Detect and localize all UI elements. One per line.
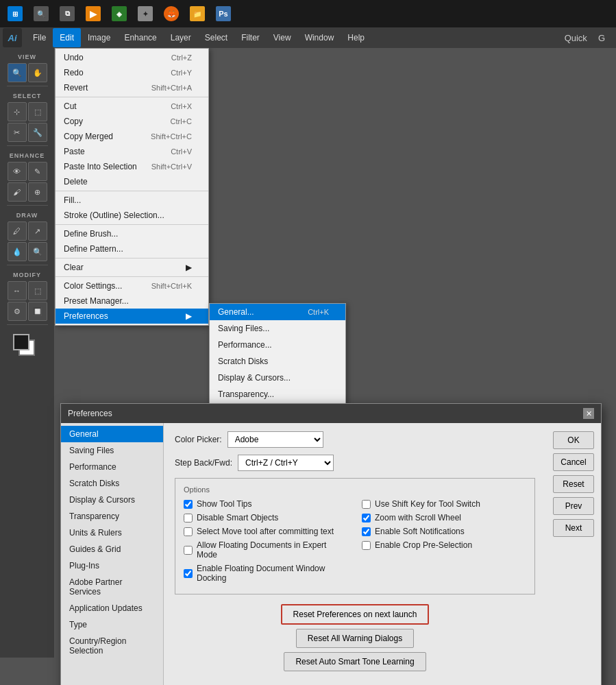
hand-tool[interactable]: ✋ — [28, 63, 47, 82]
prefs-nav-updates[interactable]: Application Updates — [61, 600, 163, 616]
cut-item[interactable]: Cut Ctrl+X — [56, 99, 208, 114]
prefs-nav-performance[interactable]: Performance — [61, 459, 163, 475]
redo-item[interactable]: Redo Ctrl+Y — [56, 65, 208, 80]
disable-smart-objects-checkbox[interactable] — [184, 514, 193, 522]
transform-tool[interactable]: ↔ — [8, 281, 27, 300]
copy-item[interactable]: Copy Ctrl+C — [56, 114, 208, 129]
enable-floating-window-checkbox[interactable] — [184, 569, 193, 578]
step-backfwd-select[interactable]: Ctrl+Z / Ctrl+Y — [238, 455, 334, 471]
color-picker-select[interactable]: Adobe — [227, 431, 323, 448]
define-brush-item[interactable]: Define Brush... — [56, 226, 208, 241]
fill-item[interactable]: Fill... — [56, 193, 208, 208]
next-button[interactable]: Next — [553, 519, 594, 537]
prefs-nav-saving[interactable]: Saving Files — [61, 442, 163, 459]
text-tool[interactable]: ↗ — [28, 221, 47, 241]
select-tool[interactable]: ⊹ — [8, 102, 27, 121]
brush-tool[interactable]: 🖌 — [8, 182, 27, 202]
preferences-dialog: Preferences ✕ General Saving Files Perfo… — [60, 403, 602, 685]
select-move-checkbox[interactable] — [184, 527, 193, 536]
show-tooltips-checkbox[interactable] — [184, 500, 193, 509]
prefs-nav-scratch[interactable]: Scratch Disks — [61, 475, 163, 492]
prefs-saving-item[interactable]: Saving Files... — [210, 320, 345, 337]
prefs-nav-display[interactable]: Display & Cursors — [61, 492, 163, 508]
task-view-button[interactable]: ⧉ — [55, 1, 79, 26]
copy-merged-item[interactable]: Copy Merged Shift+Ctrl+C — [56, 129, 208, 144]
preset-manager-item[interactable]: Preset Manager... — [56, 293, 208, 309]
delete-item[interactable]: Delete — [56, 174, 208, 189]
reset-button[interactable]: Reset — [553, 475, 594, 493]
allow-floating-row: Allow Floating Documents in Expert Mode — [184, 540, 348, 560]
prefs-general-item[interactable]: General... Ctrl+K — [210, 304, 345, 320]
prefs-nav-guides[interactable]: Guides & Grid — [61, 541, 163, 557]
3d-viewer-button[interactable]: ◈ — [107, 1, 132, 26]
ok-button[interactable]: OK — [553, 431, 594, 449]
prefs-nav-transparency[interactable]: Transparency — [61, 508, 163, 525]
prefs-nav-plugins[interactable]: Plug-Ins — [61, 557, 163, 574]
zoom-tool[interactable]: 🔍 — [8, 63, 27, 82]
eraser-tool[interactable]: ⚙ — [8, 302, 27, 321]
clone-tool[interactable]: ⊕ — [28, 182, 47, 202]
undo-item[interactable]: Undo Ctrl+Z — [56, 50, 208, 65]
prefs-close-button[interactable]: ✕ — [583, 408, 594, 419]
healing-brush[interactable]: ✎ — [28, 162, 47, 181]
use-shift-key-checkbox[interactable] — [362, 500, 371, 509]
quick-label[interactable]: Quick — [565, 33, 587, 43]
prefs-nav-units[interactable]: Units & Rulers — [61, 525, 163, 541]
reset-prefs-button[interactable]: Reset Preferences on next launch — [281, 604, 430, 625]
revert-item[interactable]: Revert Shift+Ctrl+A — [56, 80, 208, 95]
menu-file[interactable]: File — [26, 28, 53, 47]
define-pattern-item[interactable]: Define Pattern... — [56, 241, 208, 256]
enable-crop-label: Enable Crop Pre-Selection — [375, 540, 472, 550]
eye-dropper[interactable]: 👁 — [8, 162, 27, 181]
enable-crop-checkbox[interactable] — [362, 541, 371, 550]
lasso-tool[interactable]: ✂ — [8, 123, 27, 142]
prefs-nav-adobe[interactable]: Adobe Partner Services — [61, 574, 163, 600]
photoshop-button[interactable]: Ps — [211, 1, 236, 26]
color-settings-item[interactable]: Color Settings... Shift+Ctrl+K — [56, 278, 208, 293]
prefs-display-item[interactable]: Display & Cursors... — [210, 370, 345, 386]
zoom-scroll-checkbox[interactable] — [362, 514, 371, 522]
stroke-item[interactable]: Stroke (Outline) Selection... — [56, 208, 208, 223]
menu-image[interactable]: Image — [81, 28, 117, 47]
prefs-scratch-item[interactable]: Scratch Disks — [210, 353, 345, 370]
paint-bucket[interactable]: 💧 — [8, 242, 27, 261]
gradient-tool[interactable]: 🔍 — [28, 242, 47, 261]
enable-soft-notif-checkbox[interactable] — [362, 527, 371, 536]
menu-layer[interactable]: Layer — [164, 28, 198, 47]
preferences-item[interactable]: Preferences ▶ — [56, 309, 208, 324]
pen-tool[interactable]: 🖊 — [8, 221, 27, 241]
prefs-nav-general[interactable]: General — [61, 426, 163, 442]
prefs-performance-item[interactable]: Performance... — [210, 337, 345, 353]
menu-view[interactable]: View — [267, 28, 298, 47]
menu-filter[interactable]: Filter — [234, 28, 267, 47]
clear-item[interactable]: Clear ▶ — [56, 260, 208, 275]
start-button[interactable]: ⊞ — [3, 1, 27, 26]
slice-tool[interactable]: 🔲 — [28, 302, 47, 321]
paste-into-item[interactable]: Paste Into Selection Shift+Ctrl+V — [56, 159, 208, 174]
app-window: Ai File Edit Image Enhance Layer Select … — [0, 27, 616, 685]
reset-tone-button[interactable]: Reset Auto Smart Tone Learning — [284, 652, 426, 671]
paste-item[interactable]: Paste Ctrl+V — [56, 144, 208, 159]
prefs-nav-type[interactable]: Type — [61, 616, 163, 633]
media-player-button[interactable]: ▶ — [81, 1, 106, 26]
prefs-transparency-item[interactable]: Transparency... — [210, 386, 345, 402]
foreground-color-swatch[interactable] — [13, 334, 29, 350]
reset-warnings-button[interactable]: Reset All Warning Dialogs — [296, 629, 414, 648]
allow-floating-checkbox[interactable] — [184, 546, 193, 555]
firefox-button[interactable]: 🦊 — [159, 1, 184, 26]
menu-edit[interactable]: Edit — [53, 28, 81, 47]
app1-button[interactable]: ✦ — [133, 1, 158, 26]
search-button[interactable]: 🔍 — [29, 1, 53, 26]
menu-select[interactable]: Select — [198, 28, 234, 47]
menu-enhance[interactable]: Enhance — [117, 28, 163, 47]
files-button[interactable]: 📁 — [185, 1, 210, 26]
prefs-nav-country[interactable]: Country/Region Selection — [61, 633, 163, 659]
magic-wand-tool[interactable]: 🔧 — [28, 123, 47, 142]
guided-label[interactable]: G — [598, 33, 605, 43]
menu-help[interactable]: Help — [341, 28, 371, 47]
crop-tool[interactable]: ⬚ — [28, 281, 47, 300]
menu-window[interactable]: Window — [298, 28, 341, 47]
cancel-button[interactable]: Cancel — [553, 453, 594, 471]
prev-button[interactable]: Prev — [553, 497, 594, 515]
marquee-tool[interactable]: ⬚ — [28, 102, 47, 121]
